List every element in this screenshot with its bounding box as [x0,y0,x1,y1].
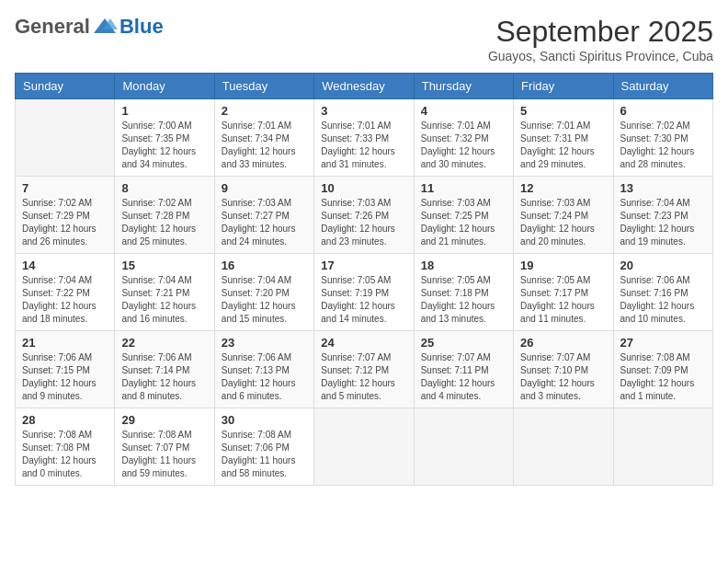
day-number: 26 [520,336,606,350]
day-number: 16 [222,259,307,272]
day-number: 8 [121,181,207,195]
calendar-cell: 21Sunrise: 7:06 AMSunset: 7:15 PMDayligh… [16,331,115,408]
weekday-header-thursday: Thursday [414,74,513,99]
day-info: Sunrise: 7:07 AMSunset: 7:11 PMDaylight:… [421,351,506,403]
calendar-cell [16,99,115,177]
logo: General Blue [15,15,164,39]
title-section: September 2025 Guayos, Sancti Spiritus P… [488,15,713,63]
calendar-cell: 23Sunrise: 7:06 AMSunset: 7:13 PMDayligh… [214,331,313,408]
day-number: 11 [421,181,506,195]
day-number: 22 [121,336,207,350]
weekday-header-wednesday: Wednesday [314,74,414,99]
calendar-cell: 24Sunrise: 7:07 AMSunset: 7:12 PMDayligh… [314,331,414,408]
calendar-cell: 19Sunrise: 7:05 AMSunset: 7:17 PMDayligh… [514,254,613,331]
day-number: 29 [121,413,207,427]
weekday-header-monday: Monday [115,74,214,99]
day-info: Sunrise: 7:00 AMSunset: 7:35 PMDaylight:… [121,120,207,171]
day-info: Sunrise: 7:03 AMSunset: 7:24 PMDaylight:… [520,197,606,248]
day-info: Sunrise: 7:04 AMSunset: 7:21 PMDaylight:… [121,274,207,326]
calendar-cell: 25Sunrise: 7:07 AMSunset: 7:11 PMDayligh… [414,331,513,408]
calendar-cell: 8Sunrise: 7:02 AMSunset: 7:28 PMDaylight… [115,177,214,254]
day-info: Sunrise: 7:01 AMSunset: 7:34 PMDaylight:… [222,120,307,171]
logo-blue: Blue [119,15,164,39]
day-info: Sunrise: 7:04 AMSunset: 7:20 PMDaylight:… [222,274,307,326]
calendar-cell: 2Sunrise: 7:01 AMSunset: 7:34 PMDaylight… [214,99,313,177]
weekday-header-row: SundayMondayTuesdayWednesdayThursdayFrid… [16,74,713,99]
day-number: 3 [321,104,406,118]
calendar-cell [314,408,414,486]
logo-icon [92,17,118,37]
day-info: Sunrise: 7:08 AMSunset: 7:06 PMDaylight:… [222,429,307,480]
day-number: 19 [520,259,606,272]
weekday-header-saturday: Saturday [613,74,712,99]
week-row-2: 7Sunrise: 7:02 AMSunset: 7:29 PMDaylight… [16,177,713,254]
calendar-cell [414,408,513,486]
week-row-5: 28Sunrise: 7:08 AMSunset: 7:08 PMDayligh… [16,408,713,486]
calendar-cell: 30Sunrise: 7:08 AMSunset: 7:06 PMDayligh… [214,408,313,486]
day-info: Sunrise: 7:06 AMSunset: 7:14 PMDaylight:… [121,351,207,403]
day-number: 4 [421,104,506,118]
calendar-cell: 27Sunrise: 7:08 AMSunset: 7:09 PMDayligh… [613,331,712,408]
month-title: September 2025 [488,15,713,49]
day-number: 18 [421,259,506,272]
calendar-cell: 26Sunrise: 7:07 AMSunset: 7:10 PMDayligh… [514,331,613,408]
day-number: 7 [22,181,108,195]
day-number: 14 [22,259,108,272]
day-number: 25 [421,336,506,350]
day-number: 24 [321,336,406,350]
day-number: 5 [520,104,606,118]
day-number: 28 [22,413,108,427]
day-info: Sunrise: 7:08 AMSunset: 7:08 PMDaylight:… [22,429,108,480]
calendar-cell: 28Sunrise: 7:08 AMSunset: 7:08 PMDayligh… [16,408,115,486]
week-row-4: 21Sunrise: 7:06 AMSunset: 7:15 PMDayligh… [16,331,713,408]
day-info: Sunrise: 7:05 AMSunset: 7:17 PMDaylight:… [520,274,606,326]
calendar-cell: 17Sunrise: 7:05 AMSunset: 7:19 PMDayligh… [314,254,414,331]
day-info: Sunrise: 7:03 AMSunset: 7:27 PMDaylight:… [222,197,307,248]
day-number: 30 [222,413,307,427]
calendar-cell: 22Sunrise: 7:06 AMSunset: 7:14 PMDayligh… [115,331,214,408]
day-number: 15 [121,259,207,272]
day-info: Sunrise: 7:02 AMSunset: 7:29 PMDaylight:… [22,197,108,248]
day-info: Sunrise: 7:07 AMSunset: 7:10 PMDaylight:… [520,351,606,403]
day-info: Sunrise: 7:04 AMSunset: 7:22 PMDaylight:… [22,274,108,326]
day-info: Sunrise: 7:03 AMSunset: 7:25 PMDaylight:… [421,197,506,248]
location-subtitle: Guayos, Sancti Spiritus Province, Cuba [488,49,713,63]
calendar-cell: 7Sunrise: 7:02 AMSunset: 7:29 PMDaylight… [16,177,115,254]
calendar-cell [613,408,712,486]
calendar-cell: 14Sunrise: 7:04 AMSunset: 7:22 PMDayligh… [16,254,115,331]
day-number: 20 [620,259,706,272]
calendar-cell: 5Sunrise: 7:01 AMSunset: 7:31 PMDaylight… [514,99,613,177]
day-info: Sunrise: 7:02 AMSunset: 7:30 PMDaylight:… [620,120,706,171]
calendar-cell: 15Sunrise: 7:04 AMSunset: 7:21 PMDayligh… [115,254,214,331]
week-row-1: 1Sunrise: 7:00 AMSunset: 7:35 PMDaylight… [16,99,713,177]
calendar-cell: 12Sunrise: 7:03 AMSunset: 7:24 PMDayligh… [514,177,613,254]
day-info: Sunrise: 7:06 AMSunset: 7:15 PMDaylight:… [22,351,108,403]
calendar-cell: 6Sunrise: 7:02 AMSunset: 7:30 PMDaylight… [613,99,712,177]
day-number: 17 [321,259,406,272]
calendar-cell: 29Sunrise: 7:08 AMSunset: 7:07 PMDayligh… [115,408,214,486]
day-info: Sunrise: 7:08 AMSunset: 7:09 PMDaylight:… [620,351,706,403]
day-info: Sunrise: 7:01 AMSunset: 7:31 PMDaylight:… [520,120,606,171]
day-number: 2 [222,104,307,118]
calendar-cell: 11Sunrise: 7:03 AMSunset: 7:25 PMDayligh… [414,177,513,254]
day-number: 6 [620,104,706,118]
calendar-cell: 18Sunrise: 7:05 AMSunset: 7:18 PMDayligh… [414,254,513,331]
day-number: 12 [520,181,606,195]
calendar-cell: 13Sunrise: 7:04 AMSunset: 7:23 PMDayligh… [613,177,712,254]
calendar-cell: 4Sunrise: 7:01 AMSunset: 7:32 PMDaylight… [414,99,513,177]
calendar-cell [514,408,613,486]
week-row-3: 14Sunrise: 7:04 AMSunset: 7:22 PMDayligh… [16,254,713,331]
day-info: Sunrise: 7:01 AMSunset: 7:32 PMDaylight:… [421,120,506,171]
day-info: Sunrise: 7:06 AMSunset: 7:16 PMDaylight:… [620,274,706,326]
day-number: 1 [121,104,207,118]
day-info: Sunrise: 7:03 AMSunset: 7:26 PMDaylight:… [321,197,406,248]
calendar-cell: 10Sunrise: 7:03 AMSunset: 7:26 PMDayligh… [314,177,414,254]
day-info: Sunrise: 7:06 AMSunset: 7:13 PMDaylight:… [222,351,307,403]
day-number: 9 [222,181,307,195]
weekday-header-sunday: Sunday [16,74,115,99]
day-info: Sunrise: 7:05 AMSunset: 7:19 PMDaylight:… [321,274,406,326]
calendar-cell: 9Sunrise: 7:03 AMSunset: 7:27 PMDaylight… [214,177,313,254]
day-number: 21 [22,336,108,350]
weekday-header-friday: Friday [514,74,613,99]
day-info: Sunrise: 7:02 AMSunset: 7:28 PMDaylight:… [121,197,207,248]
